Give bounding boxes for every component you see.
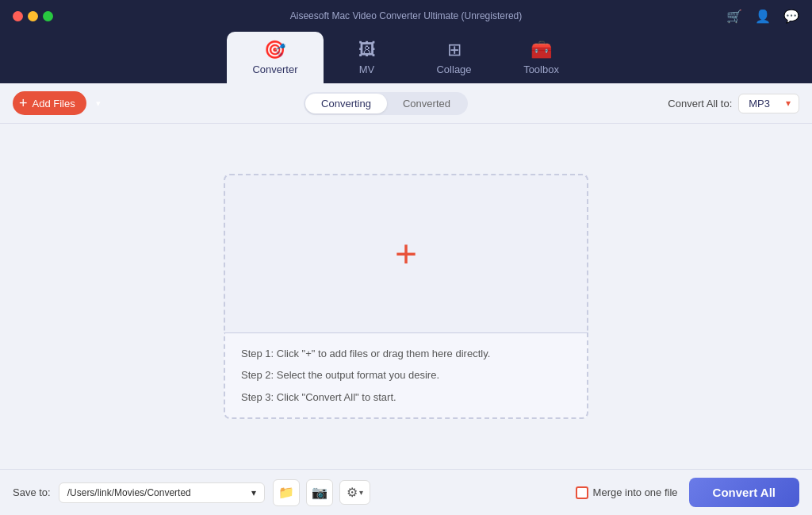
title-actions: 🛒 👤 💬	[726, 9, 799, 24]
instruction-3: Step 3: Click "Convert All" to start.	[241, 390, 571, 405]
footer-icons: 📁 📷 ⚙ ▾	[273, 479, 370, 506]
tab-toolbox[interactable]: 🧰 Toolbox	[498, 32, 585, 83]
drop-zone[interactable]: +	[224, 174, 588, 332]
traffic-lights	[13, 11, 53, 21]
converter-icon: 🎯	[264, 40, 285, 60]
settings-arrow: ▾	[359, 488, 363, 497]
sub-tab-converted[interactable]: Converted	[387, 94, 466, 113]
add-plus-icon: +	[19, 96, 28, 110]
content-area: + Step 1: Click "+" to add files or drag…	[0, 124, 812, 469]
checkbox-icon	[576, 486, 588, 499]
footer: Save to: /Users/link/Movies/Converted ▾ …	[0, 469, 812, 515]
merge-label: Merge into one file	[593, 486, 678, 498]
instructions-box: Step 1: Click "+" to add files or drag t…	[224, 332, 588, 420]
footer-right: Merge into one file Convert All	[576, 478, 799, 507]
maximize-button[interactable]	[43, 11, 53, 21]
convert-all-button[interactable]: Convert All	[689, 478, 799, 507]
convert-all-to-label: Convert All to:	[668, 98, 732, 110]
settings-button[interactable]: ⚙ ▾	[339, 480, 370, 505]
save-to-label: Save to:	[13, 486, 51, 498]
mv-tab-label: MV	[359, 63, 375, 75]
save-path-arrow: ▾	[251, 487, 256, 498]
sub-tab-converting[interactable]: Converting	[305, 94, 387, 113]
add-files-dropdown[interactable]: ▾	[93, 94, 104, 113]
main-area: + Add Files ▾ Converting Converted Conve…	[0, 83, 812, 515]
mv-icon: 🖼	[358, 40, 376, 60]
collage-tab-label: Collage	[436, 63, 471, 75]
tab-mv[interactable]: 🖼 MV	[324, 32, 411, 83]
cart-icon[interactable]: 🛒	[726, 9, 742, 24]
convert-all-to: Convert All to: MP3 ▾	[668, 94, 799, 113]
save-path-selector[interactable]: /Users/link/Movies/Converted ▾	[59, 482, 265, 503]
open-folder-button[interactable]: 📁	[273, 479, 300, 506]
toolbar: + Add Files ▾ Converting Converted Conve…	[0, 83, 812, 124]
collage-icon: ⊞	[447, 40, 462, 60]
drop-plus-icon: +	[395, 235, 417, 273]
window-title: Aiseesoft Mac Video Converter Ultimate (…	[290, 10, 523, 21]
close-button[interactable]	[13, 11, 23, 21]
toolbox-icon: 🧰	[530, 40, 552, 60]
save-path-value: /Users/link/Movies/Converted	[67, 487, 191, 498]
format-dropdown-icon: ▾	[786, 98, 791, 109]
converter-tab-label: Converter	[252, 63, 297, 75]
format-value: MP3	[749, 98, 770, 110]
message-icon[interactable]: 💬	[783, 9, 799, 24]
drop-container: + Step 1: Click "+" to add files or drag…	[224, 174, 588, 420]
sub-tabs: Converting Converted	[304, 92, 468, 115]
toolbox-tab-label: Toolbox	[523, 63, 559, 75]
add-files-label: Add Files	[33, 98, 75, 110]
tab-collage[interactable]: ⊞ Collage	[411, 32, 498, 83]
snapshot-button[interactable]: 📷	[306, 479, 333, 506]
user-icon[interactable]: 👤	[755, 9, 771, 24]
toolbar-left: + Add Files ▾	[13, 91, 104, 115]
settings-icon: ⚙	[347, 485, 358, 500]
minimize-button[interactable]	[28, 11, 38, 21]
nav-tabs: 🎯 Converter 🖼 MV ⊞ Collage 🧰 Toolbox	[0, 32, 812, 83]
format-select[interactable]: MP3 ▾	[738, 94, 799, 113]
add-files-button[interactable]: + Add Files	[13, 91, 86, 115]
instruction-2: Step 2: Select the output format you des…	[241, 367, 571, 383]
title-bar: Aiseesoft Mac Video Converter Ultimate (…	[0, 0, 812, 32]
merge-checkbox[interactable]: Merge into one file	[576, 486, 678, 499]
instruction-1: Step 1: Click "+" to add files or drag t…	[241, 346, 571, 362]
tab-converter[interactable]: 🎯 Converter	[227, 32, 323, 83]
